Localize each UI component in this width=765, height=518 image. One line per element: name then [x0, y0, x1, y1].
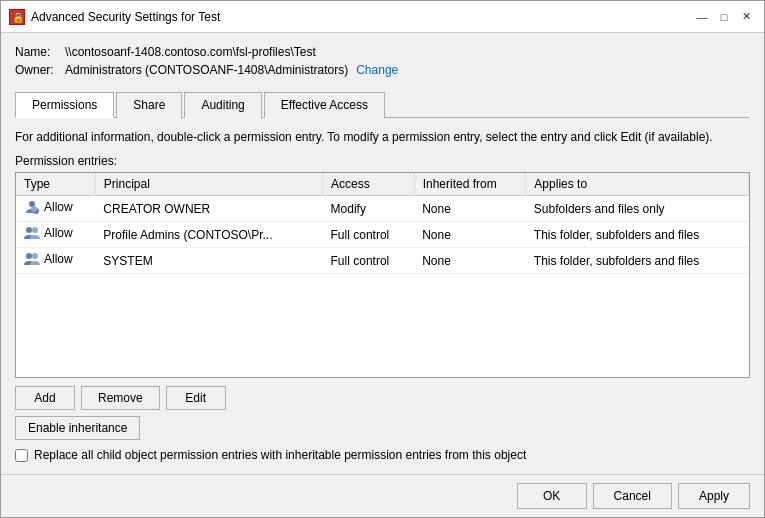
row2-type: Allow	[16, 222, 95, 248]
owner-value: Administrators (CONTOSOANF-1408\Administ…	[65, 63, 348, 77]
svg-point-8	[32, 253, 38, 259]
svg-point-5	[26, 227, 32, 233]
tab-share[interactable]: Share	[116, 92, 182, 118]
row1-inherited: None	[414, 196, 526, 222]
permissions-table-container: Type Principal Access Inherited from App…	[15, 172, 750, 378]
row2-access: Full control	[323, 222, 415, 248]
row2-inherited: None	[414, 222, 526, 248]
cancel-button[interactable]: Cancel	[593, 483, 672, 509]
row2-applies: This folder, subfolders and files	[526, 222, 749, 248]
change-link[interactable]: Change	[356, 63, 398, 77]
ok-button[interactable]: OK	[517, 483, 587, 509]
tab-effective-access[interactable]: Effective Access	[264, 92, 385, 118]
row1-access: Modify	[323, 196, 415, 222]
col-inherited: Inherited from	[414, 173, 526, 196]
window-icon: 🔒	[9, 9, 25, 25]
permissions-table: Type Principal Access Inherited from App…	[16, 173, 749, 274]
row1-type: Allow	[16, 196, 95, 222]
permission-entries-label: Permission entries:	[15, 154, 750, 168]
row3-access: Full control	[323, 248, 415, 274]
replace-permissions-label: Replace all child object permission entr…	[34, 448, 526, 462]
inheritance-row: Enable inheritance	[15, 416, 750, 440]
svg-point-7	[26, 253, 32, 259]
tab-auditing[interactable]: Auditing	[184, 92, 261, 118]
edit-button[interactable]: Edit	[166, 386, 226, 410]
replace-checkbox-row: Replace all child object permission entr…	[15, 448, 750, 462]
row2-principal: Profile Admins (CONTOSO\Pr...	[95, 222, 322, 248]
name-value: \\contosoanf-1408.contoso.com\fsl-profil…	[65, 45, 316, 59]
row3-principal: SYSTEM	[95, 248, 322, 274]
table-row[interactable]: Allow Profile Admins (CONTOSO\Pr... Full…	[16, 222, 749, 248]
col-applies: Applies to	[526, 173, 749, 196]
remove-button[interactable]: Remove	[81, 386, 160, 410]
main-window: 🔒 Advanced Security Settings for Test — …	[0, 0, 765, 518]
maximize-button[interactable]: □	[714, 7, 734, 27]
action-buttons: Add Remove Edit	[15, 386, 750, 410]
add-button[interactable]: Add	[15, 386, 75, 410]
title-controls: — □ ✕	[692, 7, 756, 27]
owner-row: Owner: Administrators (CONTOSOANF-1408\A…	[15, 63, 750, 77]
row3-inherited: None	[414, 248, 526, 274]
svg-text:🔒: 🔒	[12, 11, 24, 24]
enable-inheritance-button[interactable]: Enable inheritance	[15, 416, 140, 440]
row3-type: Allow	[16, 248, 95, 274]
owner-label: Owner:	[15, 63, 65, 77]
row1-principal: CREATOR OWNER	[95, 196, 322, 222]
user-icon	[24, 199, 40, 215]
description-text: For additional information, double-click…	[15, 128, 750, 146]
window-title: Advanced Security Settings for Test	[31, 10, 692, 24]
col-access: Access	[323, 173, 415, 196]
row1-applies: Subfolders and files only	[526, 196, 749, 222]
user-icon	[24, 251, 40, 267]
tab-bar: Permissions Share Auditing Effective Acc…	[15, 91, 750, 118]
row3-applies: This folder, subfolders and files	[526, 248, 749, 274]
replace-permissions-checkbox[interactable]	[15, 449, 28, 462]
close-button[interactable]: ✕	[736, 7, 756, 27]
table-header-row: Type Principal Access Inherited from App…	[16, 173, 749, 196]
table-row[interactable]: Allow SYSTEM Full control None This fold…	[16, 248, 749, 274]
svg-point-4	[31, 206, 37, 212]
title-bar: 🔒 Advanced Security Settings for Test — …	[1, 1, 764, 33]
apply-button[interactable]: Apply	[678, 483, 750, 509]
table-row[interactable]: Allow CREATOR OWNER Modify None Subfolde…	[16, 196, 749, 222]
minimize-button[interactable]: —	[692, 7, 712, 27]
svg-point-6	[32, 227, 38, 233]
content-area: Name: \\contosoanf-1408.contoso.com\fsl-…	[1, 33, 764, 474]
name-label: Name:	[15, 45, 65, 59]
user-icon	[24, 225, 40, 241]
col-type: Type	[16, 173, 95, 196]
name-row: Name: \\contosoanf-1408.contoso.com\fsl-…	[15, 45, 750, 59]
tab-permissions[interactable]: Permissions	[15, 92, 114, 118]
col-principal: Principal	[95, 173, 322, 196]
bottom-buttons: OK Cancel Apply	[1, 474, 764, 517]
